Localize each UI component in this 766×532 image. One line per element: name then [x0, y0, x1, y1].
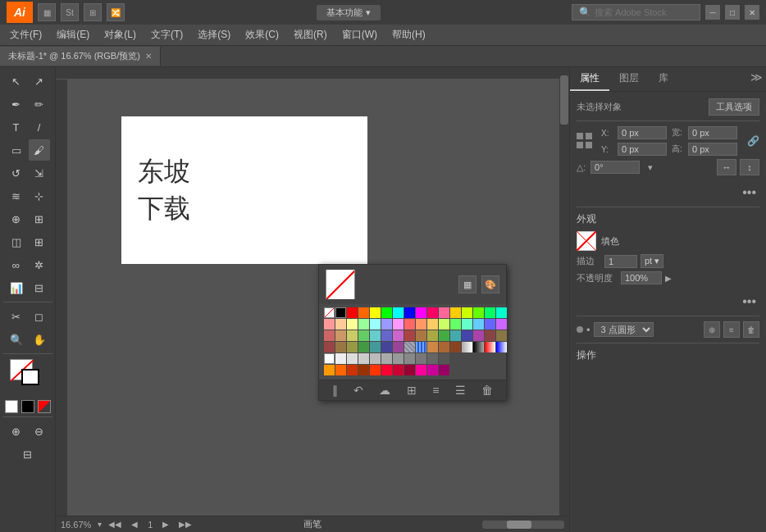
- menu-window[interactable]: 窗口(W): [335, 25, 384, 44]
- pattern-swatch[interactable]: [404, 342, 415, 352]
- vertical-scroll-thumb[interactable]: [560, 75, 568, 125]
- prev-btn[interactable]: ◀: [128, 518, 141, 531]
- type-tool[interactable]: T: [6, 116, 27, 138]
- menu-effect[interactable]: 效果(C): [239, 25, 285, 44]
- width-input[interactable]: [688, 126, 737, 139]
- warp-tool[interactable]: ≋: [6, 185, 27, 207]
- color-swatch[interactable]: [335, 330, 346, 341]
- color-swatch[interactable]: [358, 365, 369, 375]
- vertical-scrollbar[interactable]: [559, 67, 569, 532]
- color-swatch[interactable]: [450, 342, 461, 352]
- artboard-tool[interactable]: ⊟: [29, 277, 50, 298]
- menu-object[interactable]: 对象(L): [98, 25, 143, 44]
- color-swatch[interactable]: [450, 319, 461, 330]
- close-tab-button[interactable]: ✕: [145, 52, 152, 61]
- color-swatch[interactable]: [393, 307, 404, 318]
- more-button-1[interactable]: •••: [742, 185, 756, 200]
- color-swatch[interactable]: [347, 330, 358, 341]
- footer-icon-7[interactable]: 🗑: [481, 384, 493, 397]
- zoom-chevron[interactable]: ▾: [98, 520, 102, 529]
- zoom-tool[interactable]: 🔍: [6, 329, 27, 350]
- color-swatch[interactable]: [381, 353, 392, 364]
- color-swatch[interactable]: [496, 319, 507, 330]
- color-swatch[interactable]: [462, 307, 472, 318]
- color-swatch[interactable]: [381, 307, 392, 318]
- angle-input[interactable]: [590, 161, 640, 174]
- menu-file[interactable]: 文件(F): [3, 25, 48, 44]
- menu-help[interactable]: 帮助(H): [385, 25, 432, 44]
- tab-layers[interactable]: 图层: [609, 67, 649, 91]
- free-transform-tool[interactable]: ⊹: [29, 185, 50, 207]
- footer-icon-3[interactable]: ☁: [379, 384, 390, 397]
- color-swatch[interactable]: [324, 342, 335, 352]
- shape-builder-tool[interactable]: ⊕: [6, 208, 27, 230]
- appearance-color-box[interactable]: [577, 231, 596, 251]
- white-swatch[interactable]: [324, 353, 335, 364]
- y-input[interactable]: [618, 143, 667, 156]
- color-swatch[interactable]: [370, 353, 381, 364]
- color-swatch[interactable]: [485, 319, 495, 330]
- pattern-swatch[interactable]: [416, 342, 426, 352]
- prev-page-btn[interactable]: ◀◀: [108, 518, 121, 531]
- footer-icon-4[interactable]: ⊞: [407, 384, 417, 397]
- color-swatch[interactable]: [427, 319, 438, 330]
- color-swatch[interactable]: [439, 319, 449, 330]
- color-swatch[interactable]: [439, 342, 449, 352]
- workspace-selector[interactable]: 基本功能 ▾: [317, 5, 381, 20]
- no-color-swatch[interactable]: [324, 307, 335, 318]
- shape-icon-1[interactable]: ⊕: [704, 321, 720, 338]
- color-swatch[interactable]: [370, 319, 381, 330]
- color-swatch[interactable]: [416, 319, 426, 330]
- color-swatch[interactable]: [335, 353, 346, 364]
- color-swatch[interactable]: [462, 330, 472, 341]
- color-swatch[interactable]: [347, 342, 358, 352]
- color-swatch[interactable]: [358, 307, 369, 318]
- footer-icon-6[interactable]: ☰: [455, 384, 466, 397]
- color-swatch[interactable]: [473, 330, 484, 341]
- color-swatch[interactable]: [439, 307, 449, 318]
- color-swatch[interactable]: [393, 319, 404, 330]
- rect-tool[interactable]: ▭: [6, 139, 27, 161]
- next-page-btn[interactable]: ▶▶: [179, 518, 192, 531]
- color-swatch[interactable]: [473, 319, 484, 330]
- color-swatch[interactable]: [416, 330, 426, 341]
- color-swatch[interactable]: [324, 365, 335, 375]
- stroke-width-input[interactable]: [604, 255, 637, 268]
- tab-library[interactable]: 库: [649, 67, 678, 91]
- hand-tool[interactable]: ✋: [29, 329, 50, 350]
- color-swatch[interactable]: [358, 330, 369, 341]
- pen-tool[interactable]: ✒: [6, 93, 27, 115]
- color-swatch[interactable]: [381, 330, 392, 341]
- stock-search[interactable]: 🔍: [572, 4, 700, 20]
- color-swatch[interactable]: [485, 330, 495, 341]
- tab-properties[interactable]: 属性: [570, 67, 609, 91]
- color-swatch[interactable]: [404, 307, 415, 318]
- perspective-tool[interactable]: ⊞: [29, 208, 50, 230]
- close-button[interactable]: ✕: [745, 5, 759, 20]
- x-input[interactable]: [618, 126, 667, 139]
- minimize-button[interactable]: ─: [705, 5, 720, 20]
- maximize-button[interactable]: □: [725, 5, 740, 20]
- color-swatch[interactable]: [416, 365, 426, 375]
- stroke-color-box[interactable]: [21, 369, 39, 385]
- color-swatch[interactable]: [427, 330, 438, 341]
- scale-tool[interactable]: ⇲: [29, 162, 50, 184]
- more-button-2[interactable]: •••: [742, 294, 756, 309]
- color-swatch[interactable]: [335, 342, 346, 352]
- color-swatch[interactable]: [347, 365, 358, 375]
- color-swatch[interactable]: [393, 365, 404, 375]
- select-tool[interactable]: ↖: [6, 70, 27, 92]
- menu-view[interactable]: 视图(R): [287, 25, 334, 44]
- color-swatch[interactable]: [347, 307, 358, 318]
- color-swatch[interactable]: [450, 330, 461, 341]
- color-swatch[interactable]: [324, 319, 335, 330]
- eraser-tool[interactable]: ◻: [29, 306, 50, 327]
- color-swatch[interactable]: [416, 307, 426, 318]
- height-input[interactable]: [688, 143, 737, 156]
- column-graph-tool[interactable]: 📊: [6, 277, 27, 298]
- color-swatch[interactable]: [427, 353, 438, 364]
- direct-select-tool[interactable]: ↗: [29, 70, 50, 92]
- color-swatch[interactable]: [439, 353, 449, 364]
- color-swatch[interactable]: [427, 307, 438, 318]
- color-swatch[interactable]: [473, 307, 484, 318]
